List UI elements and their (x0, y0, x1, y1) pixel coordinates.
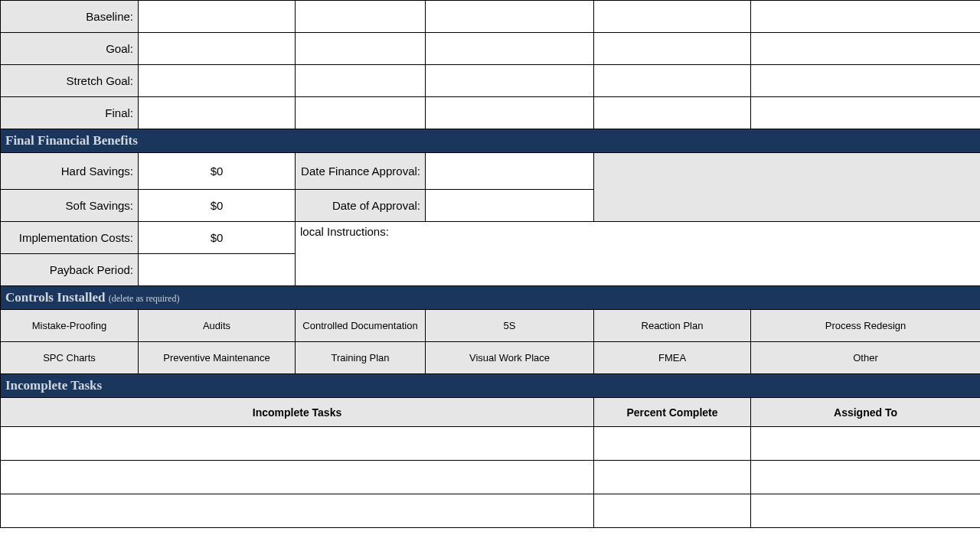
stretch-goal-label: Stretch Goal: (1, 65, 139, 97)
control-5s[interactable]: 5S (426, 310, 594, 342)
date-approval-value[interactable] (426, 190, 594, 222)
control-other[interactable]: Other (751, 342, 981, 374)
metrics-row-final: Final: (1, 97, 981, 129)
goal-v5[interactable] (751, 33, 981, 65)
date-finance-approval-value[interactable] (426, 153, 594, 190)
implementation-costs-label: Implementation Costs: (1, 222, 139, 254)
incomplete-tasks-header: Incomplete Tasks (1, 374, 981, 398)
control-process-redesign[interactable]: Process Redesign (751, 310, 981, 342)
incomplete-row-2 (1, 461, 981, 494)
control-fmea[interactable]: FMEA (594, 342, 751, 374)
controls-row-2: SPC Charts Preventive Maintenance Traini… (1, 342, 981, 374)
payback-period-value[interactable] (139, 254, 296, 286)
control-visual-work-place[interactable]: Visual Work Place (426, 342, 594, 374)
baseline-v4[interactable] (594, 1, 751, 33)
incomplete-percent-1[interactable] (594, 427, 751, 461)
incomplete-task-2[interactable] (1, 461, 594, 494)
incomplete-col-percent: Percent Complete (594, 398, 751, 427)
final-v1[interactable] (139, 97, 296, 129)
final-v4[interactable] (594, 97, 751, 129)
incomplete-percent-2[interactable] (594, 461, 751, 494)
incomplete-assigned-1[interactable] (751, 427, 981, 461)
local-instructions[interactable]: local Instructions: (296, 222, 981, 286)
controls-installed-header: Controls Installed (delete as required) (1, 286, 981, 310)
incomplete-columns: Incomplete Tasks Percent Complete Assign… (1, 398, 981, 427)
control-training-plan[interactable]: Training Plan (296, 342, 426, 374)
control-spc-charts[interactable]: SPC Charts (1, 342, 139, 374)
financial-benefits-header: Final Financial Benefits (1, 129, 981, 153)
controls-subtitle: (delete as required) (109, 293, 180, 304)
financial-grey-block (594, 153, 981, 222)
incomplete-task-3[interactable] (1, 494, 594, 528)
hard-savings-value[interactable]: $0 (139, 153, 296, 190)
incomplete-task-1[interactable] (1, 427, 594, 461)
stretch-v4[interactable] (594, 65, 751, 97)
goal-v2[interactable] (296, 33, 426, 65)
goal-v3[interactable] (426, 33, 594, 65)
incomplete-row-3 (1, 494, 981, 528)
stretch-v2[interactable] (296, 65, 426, 97)
control-reaction-plan[interactable]: Reaction Plan (594, 310, 751, 342)
goal-label: Goal: (1, 33, 139, 65)
goal-v4[interactable] (594, 33, 751, 65)
incomplete-assigned-3[interactable] (751, 494, 981, 528)
incomplete-col-tasks: Incomplete Tasks (1, 398, 594, 427)
incomplete-percent-3[interactable] (594, 494, 751, 528)
payback-period-label: Payback Period: (1, 254, 139, 286)
stretch-v1[interactable] (139, 65, 296, 97)
control-mistake-proofing[interactable]: Mistake-Proofing (1, 310, 139, 342)
incomplete-assigned-2[interactable] (751, 461, 981, 494)
metrics-row-baseline: Baseline: (1, 1, 981, 33)
control-audits[interactable]: Audits (139, 310, 296, 342)
final-v5[interactable] (751, 97, 981, 129)
controls-title: Controls Installed (5, 290, 106, 305)
soft-savings-label: Soft Savings: (1, 190, 139, 222)
date-approval-label: Date of Approval: (296, 190, 426, 222)
implementation-costs-value[interactable]: $0 (139, 222, 296, 254)
incomplete-col-assigned: Assigned To (751, 398, 981, 427)
stretch-v3[interactable] (426, 65, 594, 97)
stretch-v5[interactable] (751, 65, 981, 97)
control-controlled-documentation[interactable]: Controlled Documentation (296, 310, 426, 342)
final-label: Final: (1, 97, 139, 129)
baseline-v3[interactable] (426, 1, 594, 33)
hard-savings-label: Hard Savings: (1, 153, 139, 190)
final-v2[interactable] (296, 97, 426, 129)
goal-v1[interactable] (139, 33, 296, 65)
baseline-v2[interactable] (296, 1, 426, 33)
soft-savings-value[interactable]: $0 (139, 190, 296, 222)
baseline-v1[interactable] (139, 1, 296, 33)
final-v3[interactable] (426, 97, 594, 129)
date-finance-approval-label: Date Finance Approval: (296, 153, 426, 190)
baseline-label: Baseline: (1, 1, 139, 33)
baseline-v5[interactable] (751, 1, 981, 33)
metrics-row-stretch: Stretch Goal: (1, 65, 981, 97)
incomplete-row-1 (1, 427, 981, 461)
metrics-row-goal: Goal: (1, 33, 981, 65)
control-preventive-maintenance[interactable]: Preventive Maintenance (139, 342, 296, 374)
controls-row-1: Mistake-Proofing Audits Controlled Docum… (1, 310, 981, 342)
